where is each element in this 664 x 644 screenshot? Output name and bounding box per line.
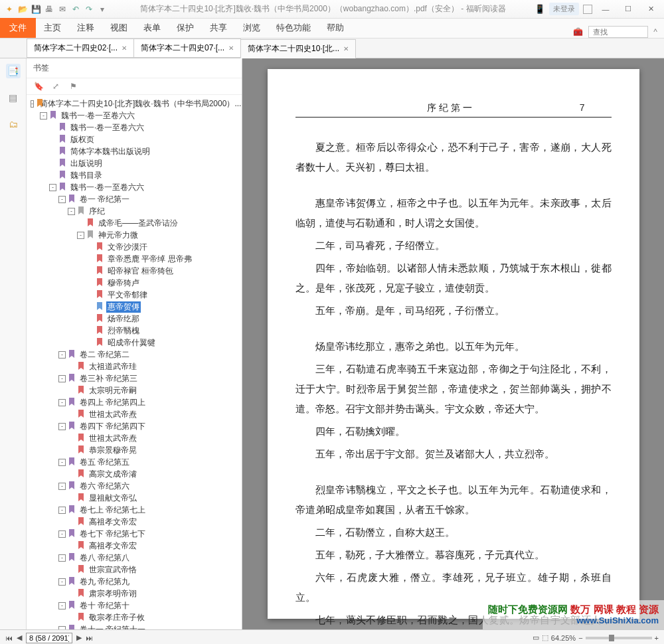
page-view[interactable]: 序纪第一 7 夏之意。桓帝后以帝得众心，恐不利于己子，害帝，遂崩，大人死者数十人… xyxy=(242,58,664,629)
bookmark-item[interactable]: -卷三补 帝纪第三 xyxy=(27,372,242,384)
bookmark-item[interactable]: 成帝毛——圣武帝诘汾 xyxy=(27,217,242,229)
bookmark-item[interactable]: 出版说明 xyxy=(27,157,242,169)
collapse-icon[interactable]: - xyxy=(31,100,34,108)
doc-tab-0[interactable]: 简体字本二十四史02·[...✕ xyxy=(27,39,134,58)
close-button[interactable]: ✕ xyxy=(641,3,660,16)
menu-browse[interactable]: 浏览 xyxy=(235,18,268,38)
bookmark-item[interactable]: 恭宗景穆帝晃 xyxy=(27,444,242,456)
bookmark-item[interactable]: 穆帝猗卢 xyxy=(27,277,242,289)
menu-home[interactable]: 主页 xyxy=(36,18,69,38)
expand-bookmark-icon[interactable]: ⤢ xyxy=(50,81,61,92)
bookmark-item[interactable]: 显祖献文帝弘 xyxy=(27,492,242,504)
bookmark-item[interactable]: -卷十一 帝纪第十一 xyxy=(27,623,242,629)
undo-icon[interactable]: ↶ xyxy=(70,4,81,15)
dropdown-icon[interactable]: ▾ xyxy=(97,4,108,15)
search-input[interactable] xyxy=(588,26,648,38)
menu-comment[interactable]: 注释 xyxy=(69,18,102,38)
login-status[interactable]: 未登录 xyxy=(549,3,579,15)
next-page-icon[interactable]: ▶ xyxy=(76,633,82,642)
bookmark-item[interactable]: -卷九 帝纪第九 xyxy=(27,576,242,588)
bookmark-item[interactable]: 世祖太武帝焘 xyxy=(27,408,242,420)
bookmark-item[interactable]: 炀帝纥那 xyxy=(27,313,242,325)
collapse-icon[interactable]: - xyxy=(58,554,66,562)
collapse-icon[interactable]: - xyxy=(58,351,66,359)
doc-tab-2[interactable]: 简体字本二十四史10·[北...✕ xyxy=(240,39,356,58)
bookmark-item[interactable]: 肃宗孝明帝诩 xyxy=(27,588,242,600)
grid-icon[interactable] xyxy=(583,5,592,14)
pages-panel-icon[interactable]: ▤ xyxy=(6,90,21,105)
bookmark-item[interactable]: -魏书一·卷一至卷六六 xyxy=(27,110,242,121)
attachment-panel-icon[interactable]: 🗂 xyxy=(6,117,21,131)
first-page-icon[interactable]: ⏮ xyxy=(5,634,13,642)
bookmark-item[interactable]: 世宗宣武帝恪 xyxy=(27,564,242,576)
close-icon[interactable]: ✕ xyxy=(122,44,127,52)
fit-page-icon[interactable]: ⬚ xyxy=(542,633,548,642)
zoom-in-icon[interactable]: + xyxy=(655,634,659,642)
collapse-icon[interactable]: - xyxy=(58,530,66,538)
bookmark-item[interactable]: 昭帝禄官 桓帝猗㐌 xyxy=(27,265,242,277)
collapse-icon[interactable]: - xyxy=(58,459,66,466)
bookmarks-tree[interactable]: -简体字本二十四史10·[北齐]魏收·魏书（中华书局2000）...-魏书一·卷… xyxy=(27,95,242,629)
bookmark-item[interactable]: 魏书一·卷一至卷六六 xyxy=(27,121,242,133)
menu-protect[interactable]: 保护 xyxy=(169,18,202,38)
bookmark-item[interactable]: 烈帝翳槐 xyxy=(27,325,242,337)
page-number-input[interactable] xyxy=(26,633,72,643)
menu-file[interactable]: 文件 xyxy=(0,18,36,38)
bookmark-item[interactable]: 昭成帝什翼犍 xyxy=(27,337,242,349)
mail-icon[interactable]: ✉ xyxy=(57,4,68,15)
bookmark-item[interactable]: -卷一 帝纪第一 xyxy=(27,193,242,205)
bookmark-item[interactable]: -神元帝力微 xyxy=(27,229,242,241)
bookmark-item[interactable]: 文帝沙漠汗 xyxy=(27,241,242,253)
collapse-icon[interactable]: - xyxy=(49,184,56,191)
bookmark-item[interactable]: -卷四上 帝纪第四上 xyxy=(27,396,242,408)
bookmark-item[interactable]: -卷八 帝纪第八 xyxy=(27,552,242,564)
bookmark-flag-icon[interactable]: ⚑ xyxy=(68,81,78,92)
bookmarks-panel-icon[interactable]: 📑 xyxy=(6,64,21,78)
bookmark-item[interactable]: 惠帝贺傉 xyxy=(27,301,242,313)
open-icon[interactable]: 📂 xyxy=(17,4,28,15)
toolbox-icon[interactable]: 🧰 xyxy=(573,27,583,37)
doc-tab-1[interactable]: 简体字本二十四史07·[...✕ xyxy=(133,39,241,58)
bookmark-item[interactable]: 太宗明元帝嗣 xyxy=(27,384,242,396)
menu-form[interactable]: 表单 xyxy=(135,18,169,38)
bookmark-item[interactable]: -卷十 帝纪第十 xyxy=(27,600,242,611)
bookmark-item[interactable]: 平文帝郁律 xyxy=(27,289,242,301)
menu-view[interactable]: 视图 xyxy=(102,18,135,38)
bookmark-item[interactable]: -卷七下 帝纪第七下 xyxy=(27,528,242,540)
bookmark-item[interactable]: -卷四下 帝纪第四下 xyxy=(27,420,242,432)
save-icon[interactable]: 💾 xyxy=(31,4,41,15)
collapse-ribbon-icon[interactable]: ^ xyxy=(653,27,657,37)
bookmark-item[interactable]: -魏书一·卷一至卷六六 xyxy=(27,181,242,193)
bookmark-item[interactable]: -卷七上 帝纪第七上 xyxy=(27,504,242,516)
collapse-icon[interactable]: - xyxy=(58,375,66,382)
bookmark-item[interactable]: 魏书目录 xyxy=(27,169,242,181)
maximize-button[interactable]: ☐ xyxy=(619,3,637,16)
bookmark-item[interactable]: 世祖太武帝焘 xyxy=(27,432,242,444)
collapse-icon[interactable]: - xyxy=(58,602,66,609)
bookmark-item[interactable]: 敬宗孝庄帝子攸 xyxy=(27,611,242,623)
collapse-icon[interactable]: - xyxy=(77,232,84,239)
mobile-icon[interactable]: 📱 xyxy=(535,4,545,14)
last-page-icon[interactable]: ⏭ xyxy=(86,634,93,642)
collapse-icon[interactable]: - xyxy=(58,507,66,514)
bookmark-item[interactable]: 高宗文成帝濬 xyxy=(27,468,242,480)
menu-features[interactable]: 特色功能 xyxy=(268,18,319,38)
collapse-icon[interactable]: - xyxy=(58,578,66,586)
bookmark-item[interactable]: 章帝悉鹿 平帝绰 思帝弗 xyxy=(27,253,242,265)
bookmark-item[interactable]: -卷六 帝纪第六 xyxy=(27,480,242,492)
close-icon[interactable]: ✕ xyxy=(228,44,234,52)
bookmark-item[interactable]: -简体字本二十四史10·[北齐]魏收·魏书（中华书局2000）... xyxy=(27,98,242,110)
collapse-icon[interactable]: - xyxy=(58,483,66,490)
redo-icon[interactable]: ↷ xyxy=(84,4,94,15)
collapse-icon[interactable]: - xyxy=(58,423,66,430)
collapse-icon[interactable]: - xyxy=(58,626,66,630)
bookmark-item[interactable]: 高祖孝文帝宏 xyxy=(27,516,242,528)
zoom-slider[interactable] xyxy=(586,637,652,639)
bookmark-item[interactable]: 高祖孝文帝宏 xyxy=(27,540,242,552)
zoom-out-icon[interactable]: − xyxy=(578,634,582,642)
minimize-button[interactable]: — xyxy=(596,3,615,16)
collapse-icon[interactable]: - xyxy=(40,112,47,120)
bookmark-item[interactable]: -卷五 帝纪第五 xyxy=(27,456,242,468)
close-icon[interactable]: ✕ xyxy=(343,45,349,52)
view-mode-icon[interactable]: ▭ xyxy=(533,633,539,642)
